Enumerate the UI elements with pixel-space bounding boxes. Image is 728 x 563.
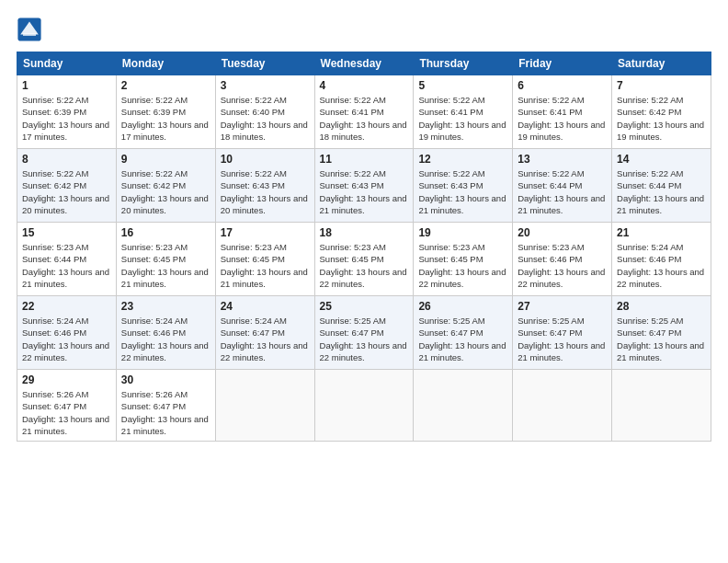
week-row-5: 29Sunrise: 5:26 AMSunset: 6:47 PMDayligh… (17, 370, 711, 442)
day-info: Sunrise: 5:22 AMSunset: 6:39 PMDaylight:… (121, 94, 210, 143)
week-row-2: 8Sunrise: 5:22 AMSunset: 6:42 PMDaylight… (17, 149, 711, 223)
calendar-cell: 12Sunrise: 5:22 AMSunset: 6:43 PMDayligh… (414, 149, 513, 223)
day-number: 23 (121, 300, 210, 313)
day-info: Sunrise: 5:25 AMSunset: 6:47 PMDaylight:… (320, 315, 409, 363)
page: SundayMondayTuesdayWednesdayThursdayFrid… (0, 0, 728, 563)
day-info: Sunrise: 5:24 AMSunset: 6:47 PMDaylight:… (221, 315, 310, 363)
day-number: 14 (617, 153, 706, 166)
calendar-cell: 9Sunrise: 5:22 AMSunset: 6:42 PMDaylight… (116, 149, 215, 223)
week-row-3: 15Sunrise: 5:23 AMSunset: 6:44 PMDayligh… (17, 223, 711, 296)
day-number: 12 (418, 153, 507, 166)
day-info: Sunrise: 5:25 AMSunset: 6:47 PMDaylight:… (518, 315, 607, 363)
calendar-cell: 21Sunrise: 5:24 AMSunset: 6:46 PMDayligh… (612, 223, 711, 296)
day-number: 1 (22, 79, 111, 92)
day-number: 20 (518, 226, 607, 239)
col-header-friday: Friday (513, 52, 612, 75)
calendar-cell: 19Sunrise: 5:23 AMSunset: 6:45 PMDayligh… (414, 223, 513, 296)
calendar-cell (612, 370, 711, 442)
col-header-tuesday: Tuesday (215, 52, 314, 75)
day-info: Sunrise: 5:22 AMSunset: 6:40 PMDaylight:… (221, 94, 310, 143)
calendar-cell: 6Sunrise: 5:22 AMSunset: 6:41 PMDaylight… (513, 75, 612, 149)
day-info: Sunrise: 5:22 AMSunset: 6:41 PMDaylight:… (518, 94, 607, 143)
calendar-cell: 28Sunrise: 5:25 AMSunset: 6:47 PMDayligh… (612, 296, 711, 370)
day-info: Sunrise: 5:22 AMSunset: 6:43 PMDaylight:… (221, 167, 310, 216)
day-number: 19 (418, 226, 507, 239)
day-info: Sunrise: 5:25 AMSunset: 6:47 PMDaylight:… (617, 315, 706, 363)
calendar-cell: 13Sunrise: 5:22 AMSunset: 6:44 PMDayligh… (513, 149, 612, 223)
calendar-cell: 1Sunrise: 5:22 AMSunset: 6:39 PMDaylight… (17, 75, 117, 149)
day-number: 22 (22, 300, 111, 313)
day-info: Sunrise: 5:22 AMSunset: 6:41 PMDaylight:… (418, 94, 507, 143)
day-number: 15 (22, 226, 111, 239)
calendar-cell: 3Sunrise: 5:22 AMSunset: 6:40 PMDaylight… (215, 75, 314, 149)
week-row-4: 22Sunrise: 5:24 AMSunset: 6:46 PMDayligh… (17, 296, 711, 370)
day-info: Sunrise: 5:22 AMSunset: 6:44 PMDaylight:… (518, 167, 607, 216)
calendar-cell: 8Sunrise: 5:22 AMSunset: 6:42 PMDaylight… (17, 149, 117, 223)
day-number: 4 (320, 79, 409, 92)
calendar-cell: 16Sunrise: 5:23 AMSunset: 6:45 PMDayligh… (116, 223, 215, 296)
day-info: Sunrise: 5:26 AMSunset: 6:47 PMDaylight:… (121, 388, 210, 437)
header (17, 17, 711, 42)
calendar-cell: 30Sunrise: 5:26 AMSunset: 6:47 PMDayligh… (116, 370, 215, 442)
day-info: Sunrise: 5:22 AMSunset: 6:41 PMDaylight:… (320, 94, 409, 143)
calendar-cell: 26Sunrise: 5:25 AMSunset: 6:47 PMDayligh… (414, 296, 513, 370)
day-info: Sunrise: 5:25 AMSunset: 6:47 PMDaylight:… (418, 315, 507, 363)
header-row: SundayMondayTuesdayWednesdayThursdayFrid… (17, 52, 711, 75)
day-info: Sunrise: 5:22 AMSunset: 6:39 PMDaylight:… (22, 94, 111, 143)
calendar-cell: 23Sunrise: 5:24 AMSunset: 6:46 PMDayligh… (116, 296, 215, 370)
day-number: 25 (320, 300, 409, 313)
col-header-monday: Monday (116, 52, 215, 75)
day-number: 9 (121, 153, 210, 166)
calendar-cell: 27Sunrise: 5:25 AMSunset: 6:47 PMDayligh… (513, 296, 612, 370)
logo (17, 17, 46, 42)
calendar-cell (414, 370, 513, 442)
calendar-cell: 5Sunrise: 5:22 AMSunset: 6:41 PMDaylight… (414, 75, 513, 149)
day-number: 10 (221, 153, 310, 166)
day-info: Sunrise: 5:23 AMSunset: 6:46 PMDaylight:… (518, 241, 607, 290)
calendar-cell: 29Sunrise: 5:26 AMSunset: 6:47 PMDayligh… (17, 370, 117, 442)
day-info: Sunrise: 5:24 AMSunset: 6:46 PMDaylight:… (22, 315, 111, 363)
day-number: 26 (418, 300, 507, 313)
calendar-cell: 2Sunrise: 5:22 AMSunset: 6:39 PMDaylight… (116, 75, 215, 149)
day-info: Sunrise: 5:26 AMSunset: 6:47 PMDaylight:… (22, 388, 111, 437)
day-number: 30 (121, 373, 210, 386)
day-info: Sunrise: 5:22 AMSunset: 6:42 PMDaylight:… (617, 94, 706, 143)
calendar-cell: 17Sunrise: 5:23 AMSunset: 6:45 PMDayligh… (215, 223, 314, 296)
col-header-wednesday: Wednesday (314, 52, 414, 75)
day-number: 16 (121, 226, 210, 239)
calendar-cell: 20Sunrise: 5:23 AMSunset: 6:46 PMDayligh… (513, 223, 612, 296)
col-header-saturday: Saturday (612, 52, 711, 75)
logo-icon (17, 17, 42, 42)
col-header-sunday: Sunday (17, 52, 117, 75)
day-number: 11 (320, 153, 409, 166)
calendar-cell: 14Sunrise: 5:22 AMSunset: 6:44 PMDayligh… (612, 149, 711, 223)
day-number: 18 (320, 226, 409, 239)
calendar: SundayMondayTuesdayWednesdayThursdayFrid… (17, 52, 711, 442)
day-info: Sunrise: 5:23 AMSunset: 6:44 PMDaylight:… (22, 241, 111, 290)
day-info: Sunrise: 5:22 AMSunset: 6:43 PMDaylight:… (320, 167, 409, 216)
day-number: 7 (617, 79, 706, 92)
calendar-cell: 10Sunrise: 5:22 AMSunset: 6:43 PMDayligh… (215, 149, 314, 223)
calendar-cell (513, 370, 612, 442)
calendar-cell: 4Sunrise: 5:22 AMSunset: 6:41 PMDaylight… (314, 75, 414, 149)
svg-rect-2 (23, 33, 36, 36)
day-info: Sunrise: 5:23 AMSunset: 6:45 PMDaylight:… (418, 241, 507, 290)
calendar-cell: 11Sunrise: 5:22 AMSunset: 6:43 PMDayligh… (314, 149, 414, 223)
day-number: 13 (518, 153, 607, 166)
calendar-cell: 15Sunrise: 5:23 AMSunset: 6:44 PMDayligh… (17, 223, 117, 296)
col-header-thursday: Thursday (414, 52, 513, 75)
day-number: 29 (22, 373, 111, 386)
calendar-cell: 22Sunrise: 5:24 AMSunset: 6:46 PMDayligh… (17, 296, 117, 370)
calendar-cell (215, 370, 314, 442)
day-number: 17 (221, 226, 310, 239)
day-number: 8 (22, 153, 111, 166)
day-info: Sunrise: 5:24 AMSunset: 6:46 PMDaylight:… (617, 241, 706, 290)
calendar-cell: 24Sunrise: 5:24 AMSunset: 6:47 PMDayligh… (215, 296, 314, 370)
calendar-cell: 18Sunrise: 5:23 AMSunset: 6:45 PMDayligh… (314, 223, 414, 296)
day-info: Sunrise: 5:22 AMSunset: 6:42 PMDaylight:… (121, 167, 210, 216)
day-info: Sunrise: 5:23 AMSunset: 6:45 PMDaylight:… (121, 241, 210, 290)
day-number: 3 (221, 79, 310, 92)
day-number: 24 (221, 300, 310, 313)
day-info: Sunrise: 5:23 AMSunset: 6:45 PMDaylight:… (320, 241, 409, 290)
day-info: Sunrise: 5:24 AMSunset: 6:46 PMDaylight:… (121, 315, 210, 363)
